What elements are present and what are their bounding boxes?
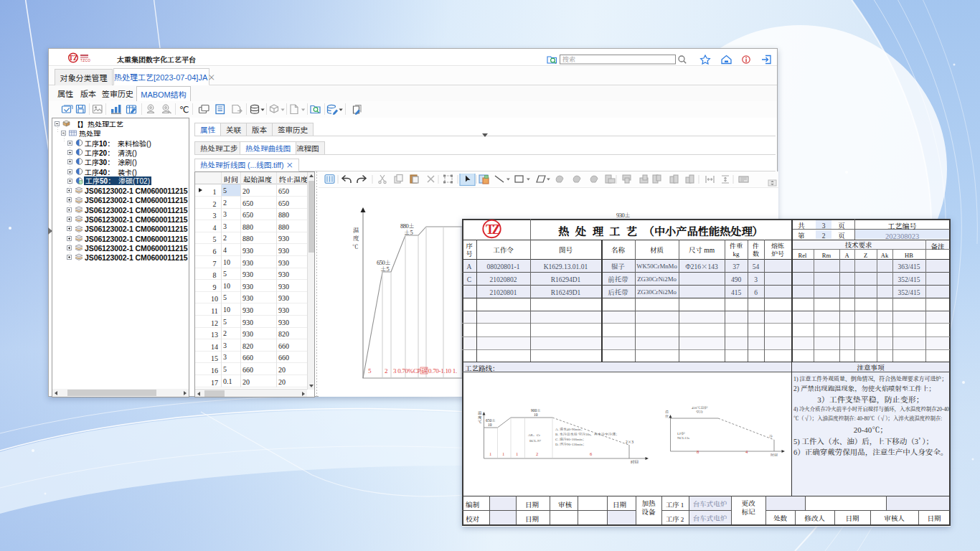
svg-text:1: 1 xyxy=(489,451,491,457)
svg-text:930±: 930± xyxy=(616,210,630,219)
svg-text:B. 水冷出水后 空冷30s，再水冷至冷透；: B. 水冷出水后 空冷30s，再水冷至冷透； xyxy=(555,431,619,436)
svg-text:时间: 时间 xyxy=(771,452,778,457)
svg-text:度: 度 xyxy=(353,233,359,242)
svg-text:10: 10 xyxy=(534,412,538,418)
svg-text:8: 8 xyxy=(697,448,699,455)
svg-text:搜索: 搜索 xyxy=(562,55,575,64)
svg-text:NCL13s: NCL13s xyxy=(677,435,689,440)
svg-text:2: 2 xyxy=(385,366,388,375)
svg-text:0.70-1.10 1.: 0.70-1.10 1. xyxy=(428,366,457,375)
svg-text:5: 5 xyxy=(368,366,372,375)
svg-text:1: 1 xyxy=(516,451,518,457)
svg-text:1: 1 xyxy=(502,451,504,457)
svg-text:℃: ℃ xyxy=(352,242,359,250)
svg-text:TZCO: TZCO xyxy=(80,59,90,62)
svg-text:℃: ℃ xyxy=(478,419,482,425)
svg-text:2×3: 2×3 xyxy=(626,439,633,445)
svg-text:±5: ±5 xyxy=(404,227,413,236)
svg-text:D. 淬冷90-130min；: D. 淬冷90-130min； xyxy=(555,441,586,446)
svg-text:℃: ℃ xyxy=(179,105,189,115)
svg-text:AR、Cr: AR、Cr xyxy=(528,432,540,437)
svg-text:度: 度 xyxy=(665,413,669,418)
svg-text:4: 4 xyxy=(745,448,748,455)
svg-text:冷: 冷 xyxy=(769,433,773,438)
svg-text:空冷: 空冷 xyxy=(696,409,703,414)
svg-text:10: 10 xyxy=(488,422,492,428)
svg-text:时间: 时间 xyxy=(631,459,639,465)
svg-text:±5: ±5 xyxy=(380,264,390,273)
svg-text:TZ: TZ xyxy=(69,55,78,62)
svg-text:6: 6 xyxy=(590,451,593,457)
svg-text:A. 进水40-90min；: A. 进水40-90min； xyxy=(555,426,585,431)
svg-text:2: 2 xyxy=(536,451,538,457)
svg-text:BCL.97: BCL.97 xyxy=(529,438,541,443)
svg-text:3 0.70%CP: 3 0.70%CP xyxy=(393,366,421,375)
svg-text:C. 油冷80-100min；: C. 油冷80-100min； xyxy=(555,436,586,441)
